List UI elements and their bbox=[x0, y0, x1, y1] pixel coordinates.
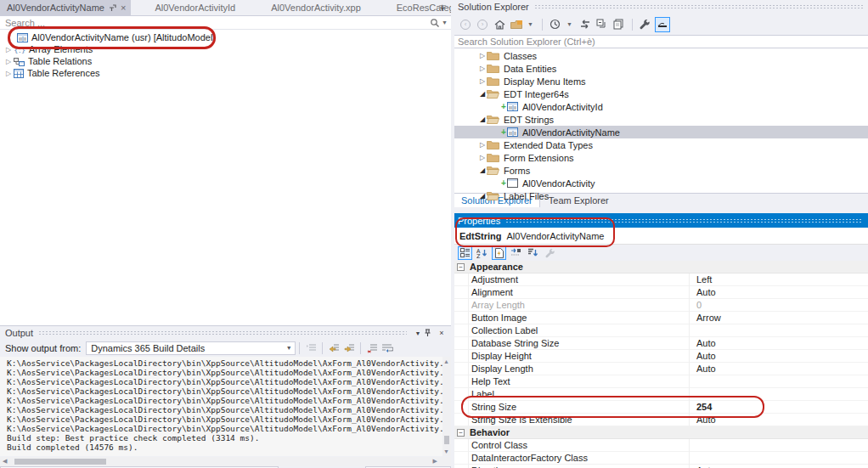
tree-item-table-references[interactable]: ▷ Table References bbox=[0, 67, 451, 79]
scrollbar-thumb[interactable] bbox=[14, 459, 106, 465]
tree-item-label: EDT Integer64s bbox=[504, 89, 569, 99]
folder-icon bbox=[487, 51, 499, 60]
pin-icon[interactable] bbox=[109, 4, 116, 12]
tree-item-array-elements[interactable]: ▷ {:} Array Elements bbox=[0, 43, 451, 55]
property-row-readonly: Array Length0 bbox=[454, 299, 868, 312]
property-row[interactable]: String Size Is ExtensibleAuto bbox=[454, 414, 868, 426]
pin-icon[interactable] bbox=[424, 329, 436, 337]
chevron-right-icon[interactable]: ▷ bbox=[478, 52, 487, 59]
property-row[interactable]: Label bbox=[454, 388, 868, 401]
toolbar-separator bbox=[632, 19, 633, 31]
chevron-right-icon[interactable]: ▷ bbox=[478, 141, 487, 149]
tree-item-edt-integer64s[interactable]: ◢ EDT Integer64s bbox=[454, 87, 868, 100]
collapse-section-icon[interactable]: − bbox=[457, 429, 465, 437]
chevron-right-icon[interactable]: ▷ bbox=[478, 65, 487, 72]
show-all-files-icon[interactable] bbox=[612, 17, 627, 32]
pending-changes-filter-icon[interactable] bbox=[509, 17, 524, 32]
word-wrap-icon[interactable] bbox=[380, 341, 395, 356]
chevron-right-icon[interactable]: ▷ bbox=[478, 77, 487, 85]
collapse-section-icon[interactable]: − bbox=[457, 263, 465, 271]
output-source-combobox[interactable]: Dynamics 365 Build Details ▼ bbox=[86, 341, 296, 355]
tree-item-form[interactable]: + Al0VendorActivity bbox=[454, 177, 868, 189]
history-clock-icon[interactable] bbox=[548, 17, 563, 32]
search-icon[interactable] bbox=[430, 18, 440, 28]
tree-item-classes[interactable]: ▷ Classes bbox=[454, 49, 868, 62]
close-icon[interactable]: × bbox=[436, 329, 448, 337]
tree-root-edt[interactable]: Al0VendorActivityName (usr) [AltitudoMod… bbox=[0, 31, 451, 43]
tree-item-table-relations[interactable]: ▷ Table Relations bbox=[0, 55, 451, 67]
search-options-caret-icon[interactable]: ▼ bbox=[442, 20, 448, 25]
property-row[interactable]: Database String SizeAuto bbox=[454, 337, 868, 350]
chevron-expanded-icon[interactable]: ◢ bbox=[478, 90, 487, 98]
output-log[interactable]: K:\AosService\PackagesLocalDirectory\bin… bbox=[0, 357, 442, 456]
sync-with-active-document-icon[interactable] bbox=[578, 17, 593, 32]
back-icon[interactable]: ‹ bbox=[458, 17, 473, 32]
scroll-up-icon[interactable]: ▲ bbox=[443, 358, 449, 364]
home-icon[interactable] bbox=[492, 17, 507, 32]
toolbar-separator bbox=[360, 342, 361, 354]
property-pages-icon[interactable] bbox=[492, 246, 506, 260]
filter-sort-icon[interactable] bbox=[526, 246, 540, 260]
tree-item-label-files[interactable]: ◢ Label Files bbox=[454, 189, 868, 202]
alphabetical-sort-icon[interactable]: AZ bbox=[475, 246, 489, 260]
scroll-down-icon[interactable]: ▼ bbox=[443, 448, 449, 454]
chevron-right-icon[interactable]: ▷ bbox=[3, 70, 14, 77]
scroll-right-icon[interactable]: ▶ bbox=[433, 458, 437, 465]
attach-icon[interactable] bbox=[509, 246, 523, 260]
tree-item-display-menu-items[interactable]: ▷ Display Menu Items bbox=[454, 75, 868, 87]
property-row[interactable]: DataInteractorFactory Class bbox=[454, 452, 868, 465]
chevron-expanded-icon[interactable]: ◢ bbox=[478, 116, 487, 123]
chevron-right-icon[interactable]: ▷ bbox=[478, 154, 487, 161]
tree-item-edt-id[interactable]: + Al0VendorActivityId bbox=[454, 100, 868, 113]
scroll-left-icon[interactable]: ◀ bbox=[3, 458, 7, 465]
property-row[interactable]: Help Text bbox=[454, 375, 868, 388]
tab-edt-name[interactable]: Al0VendorActivityName × bbox=[0, 0, 131, 15]
property-row[interactable]: AlignmentAuto bbox=[454, 286, 868, 299]
previous-message-icon[interactable] bbox=[326, 341, 341, 356]
chevron-right-icon[interactable]: ▷ bbox=[3, 58, 14, 65]
next-message-icon[interactable] bbox=[341, 341, 357, 356]
chevron-right-icon[interactable]: ▷ bbox=[3, 46, 14, 54]
tab-form-xpp[interactable]: Al0VendorActivity.xpp bbox=[259, 0, 373, 15]
chevron-down-icon: ▼ bbox=[283, 345, 295, 351]
properties-object-row[interactable]: EdtString Al0VendorActivityName bbox=[454, 228, 868, 245]
section-appearance[interactable]: − Appearance bbox=[454, 261, 868, 273]
tree-item-edt-strings[interactable]: ◢ EDT Strings bbox=[454, 113, 868, 126]
tree-item-edt-name-selected[interactable]: + Al0VendorActivityName bbox=[454, 126, 868, 138]
forward-icon[interactable]: › bbox=[475, 17, 490, 32]
chevron-down-icon[interactable]: ▼ bbox=[566, 21, 572, 27]
property-row[interactable]: DirectionAuto bbox=[454, 465, 868, 468]
solution-explorer-title: Solution Explorer bbox=[458, 2, 529, 12]
window-grip bbox=[534, 4, 863, 9]
tree-item-forms[interactable]: ◢ Forms bbox=[454, 164, 868, 177]
window-position-icon[interactable]: ▼ bbox=[412, 330, 424, 336]
property-row[interactable]: AdjustmentLeft bbox=[454, 273, 868, 286]
property-row-string-size[interactable]: String Size254 bbox=[454, 401, 868, 414]
categorized-icon[interactable] bbox=[458, 246, 472, 260]
close-icon[interactable]: × bbox=[121, 3, 126, 13]
clear-all-icon[interactable] bbox=[364, 341, 380, 356]
property-row[interactable]: Display LengthAuto bbox=[454, 363, 868, 375]
properties-wrench-icon[interactable] bbox=[638, 17, 653, 32]
tab-edt-id[interactable]: Al0VendorActivityId bbox=[143, 0, 247, 15]
property-row[interactable]: Collection Label bbox=[454, 324, 868, 337]
section-behavior[interactable]: − Behavior bbox=[454, 426, 868, 439]
find-message-icon[interactable] bbox=[303, 341, 318, 356]
chevron-expanded-icon[interactable]: ◢ bbox=[478, 192, 487, 200]
solution-explorer-search-input[interactable] bbox=[454, 37, 868, 48]
output-vertical-scrollbar[interactable]: ▲ ▼ bbox=[442, 357, 451, 456]
chevron-expanded-icon[interactable]: ◢ bbox=[478, 166, 487, 174]
tree-item-extended-data-types[interactable]: ▷ Extended Data Types bbox=[454, 138, 868, 151]
tree-item-data-entities[interactable]: ▷ Data Entities bbox=[454, 62, 868, 75]
property-row[interactable]: Control Class bbox=[454, 439, 868, 452]
tab-list-dropdown-icon[interactable]: —▼ bbox=[437, 3, 448, 13]
output-horizontal-scrollbar[interactable]: ◀ ▶ bbox=[0, 457, 451, 466]
scrollbar-thumb[interactable] bbox=[444, 436, 449, 444]
collapse-all-icon[interactable] bbox=[595, 17, 610, 32]
tree-item-form-extensions[interactable]: ▷ Form Extensions bbox=[454, 151, 868, 164]
preview-selected-items-icon[interactable] bbox=[655, 17, 670, 32]
chevron-down-icon[interactable]: ▼ bbox=[527, 21, 533, 27]
property-row[interactable]: Button ImageArrow bbox=[454, 312, 868, 324]
designer-search-input[interactable] bbox=[0, 17, 430, 29]
property-row[interactable]: Display HeightAuto bbox=[454, 350, 868, 363]
